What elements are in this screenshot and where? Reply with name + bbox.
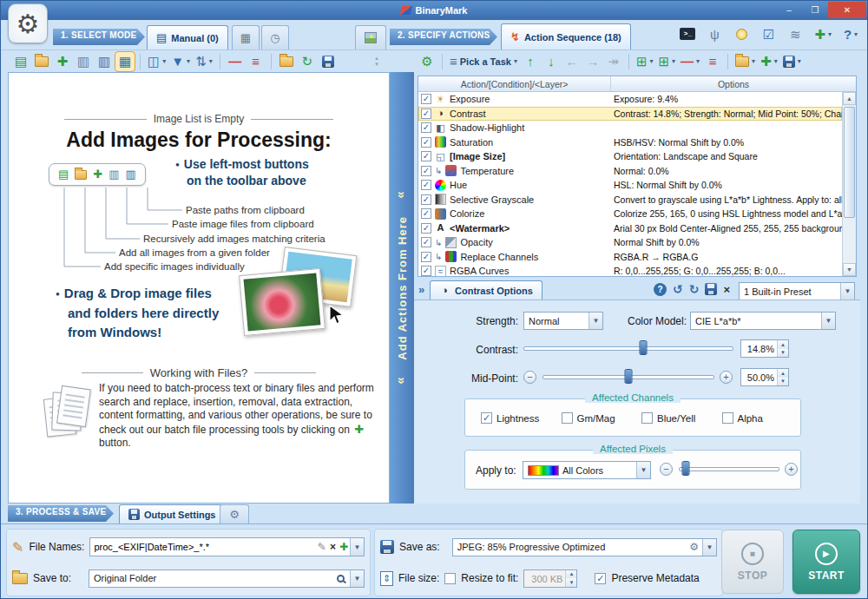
scroll-up-icon[interactable]: ▲ [843,92,856,105]
titlebar[interactable]: BinaryMark – ❐ ✕ [1,1,867,20]
strength-dropdown[interactable]: Normal ▼ [523,312,603,330]
apply-to-dropdown[interactable]: All Colors ▼ [523,461,651,479]
resize-to-fit-checkbox[interactable] [444,573,456,584]
checkbox[interactable] [641,412,653,424]
row-checkbox[interactable]: ✓ [421,166,431,176]
clear-pattern-icon[interactable]: × [328,541,338,553]
file-names-input[interactable]: ✎ × ✚ ▼ [89,537,365,556]
tips-icon[interactable] [732,25,751,43]
undo-icon[interactable]: ↺ [673,282,683,296]
console-icon[interactable] [678,25,697,43]
table-row[interactable]: ✓ Shadow-Highlight [418,121,842,135]
chevron-right-icon[interactable]: » [418,283,424,296]
table-row[interactable]: ✓ [Image Size] Orientation: Landscape an… [418,149,842,164]
spin-up-icon[interactable]: ▲ [778,369,788,378]
row-checkbox[interactable]: ✓ [421,137,431,148]
scroll-down-icon[interactable]: ▼ [843,263,856,276]
midpoint-slider[interactable] [542,369,714,385]
midpoint-decrease-button[interactable]: − [523,371,536,384]
spin-up-icon[interactable]: ▲ [778,340,788,349]
row-checkbox[interactable]: ✓ [421,266,431,276]
tab-output-settings[interactable]: Output Settings [119,504,226,523]
save-preset-icon[interactable] [705,283,717,295]
column-options-header[interactable]: Options [611,76,856,91]
row-checkbox[interactable]: ✓ [421,252,431,262]
tab-slideshow[interactable]: ▦ [232,25,260,49]
redo-icon[interactable]: ↻ [689,282,700,296]
slider-track[interactable] [523,346,733,351]
table-row[interactable]: ✓ RGBA Curves R: 0,0...255,255; G: 0,0..… [418,264,842,276]
nav-back-icon[interactable]: ← [562,52,582,71]
channel-checkbox-item[interactable]: Blue/Yell [641,412,713,424]
table-scrollbar[interactable]: ▲ ▼ [842,92,856,276]
tab-manual[interactable]: ▤ Manual (0) [147,25,228,49]
add-images-icon[interactable]: ▤ [11,52,30,71]
color-model-dropdown[interactable]: CIE L*a*b* ▼ [690,312,836,330]
thumbnail-view-icon[interactable]: ▦ [115,52,135,71]
table-row[interactable]: ✓ Hue HSL: Normal Shift by 0.0% [418,178,842,193]
open-folder-icon[interactable] [277,52,296,71]
action-table[interactable]: Action/[Condition]/<Layer> Options ✓ Exp… [418,76,857,277]
tolerance-increase-button[interactable]: + [785,463,798,476]
checklist-icon[interactable]: ☑ [759,25,778,43]
remove-item-icon[interactable]: — [226,52,245,71]
add-layer-icon[interactable]: ⊞ ▾ [657,52,678,71]
table-row[interactable]: ✓ ↳ Temperature Normal: 0.0% [418,164,842,179]
add-pattern-icon[interactable]: ✚ [338,541,350,553]
refresh-icon[interactable]: ↻ [298,52,317,71]
tab-watch[interactable]: ◷ [261,25,289,49]
row-checkbox[interactable]: ✓ [421,151,431,161]
slider-thumb[interactable] [682,461,690,476]
add-actions-strip[interactable]: » Add Actions From Here » [390,72,414,504]
tolerance-decrease-button[interactable]: − [660,463,673,476]
checkbox[interactable] [562,412,573,424]
table-row[interactable]: ✓ Colorize Colorize 255, 165, 0 using HS… [418,207,842,221]
file-names-field[interactable] [90,542,315,552]
row-checkbox[interactable]: ✓ [421,194,431,205]
save-to-dropdown[interactable]: Original Folder ▼ [89,569,365,588]
channel-checkbox-item[interactable]: Alpha [722,412,794,424]
channel-checkbox-item[interactable]: Gm/Mag [562,412,634,424]
spin-up-icon[interactable]: ▲ [566,570,576,579]
save-preset-icon[interactable]: ▾ [781,52,803,71]
size-limit-spinner[interactable]: 300 KB ▲▼ [523,569,577,588]
spin-down-icon[interactable]: ▼ [566,578,576,587]
checkbox[interactable] [722,412,733,424]
move-down-icon[interactable]: ↓ [542,52,561,71]
view-options-icon[interactable]: ◫ ▾ [146,52,168,71]
table-row[interactable]: ✓ ↳ Replace Channels RGBA.R → RGBA.G [418,250,842,265]
row-checkbox[interactable]: ✓ [421,223,431,234]
preset-dropdown[interactable]: 1 Built-in Preset ▼ [739,282,855,300]
edit-pattern-icon[interactable]: ✎ [316,541,328,553]
image-list-panel[interactable]: Image List is Empty Add Images for Proce… [8,72,390,504]
table-row[interactable]: ✓ Contrast Contrast: 14.8%; Strength: No… [418,107,842,122]
filter-icon[interactable]: ▼ ▾ [169,52,192,71]
channel-checkbox-item[interactable]: ✓ Lightness [481,412,553,424]
table-row[interactable]: ✓ ↳ Opacity Normal Shift by 0.0% [418,235,842,250]
add-folder-images-icon[interactable] [32,52,51,71]
tab-image-preview[interactable] [355,25,386,49]
slider-track[interactable] [679,467,779,471]
row-checkbox[interactable]: ✓ [421,208,431,219]
checkbox[interactable]: ✓ [481,412,492,424]
slider-thumb[interactable] [625,369,633,384]
paste-files-icon[interactable]: ▥ [95,52,114,71]
table-row[interactable]: ✓ Selective Grayscale Convert to graysca… [418,193,842,207]
row-checkbox[interactable]: ✓ [421,122,431,133]
search-icon[interactable] [337,575,345,583]
row-checkbox[interactable]: ✓ [421,180,431,190]
plug-icon[interactable]: ψ [705,25,724,43]
start-button[interactable]: ▶ START [792,530,860,594]
nav-forward-icon[interactable]: → [583,52,602,71]
add-recursive-icon[interactable]: ✚ [53,52,72,71]
pick-task-button[interactable]: ≡ Pick a Task ▾ [448,52,519,71]
clear-list-icon[interactable]: ≡ [247,52,266,71]
close-button[interactable]: ✕ [828,2,866,18]
maximize-button[interactable]: ❐ [802,2,828,18]
stop-button[interactable]: ■ STOP [721,530,784,594]
midpoint-increase-button[interactable]: + [720,371,733,384]
toolbar-overflow-scroll[interactable]: ▲▼ [374,56,379,67]
move-up-icon[interactable]: ↑ [521,52,540,71]
tab-contrast-options[interactable]: Contrast Options [430,280,542,300]
help-icon[interactable]: ? [654,283,667,296]
